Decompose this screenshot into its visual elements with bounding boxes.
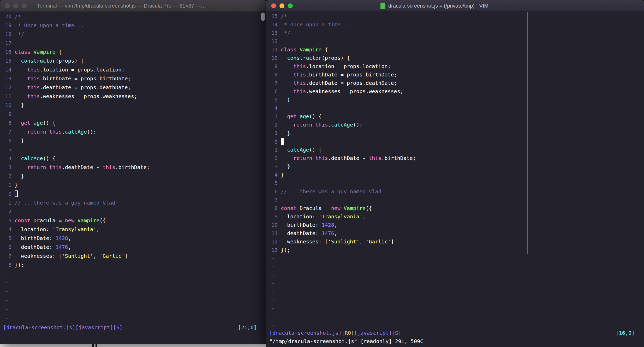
macvim-window-title: dracula-screenshot.js = (/private/tmp) -… <box>388 3 488 9</box>
text-segment: 1428 <box>322 222 334 228</box>
text-segment: new <box>331 205 344 211</box>
code-line: 2 return this.deathDate - this.birthDate… <box>271 154 644 162</box>
text-segment: }); <box>281 247 290 253</box>
window-controls <box>266 3 293 8</box>
vim-buffer-left[interactable]: 20/*19 * Once upon a time...18 */1716cla… <box>0 11 266 322</box>
code-line: 1} <box>5 181 266 189</box>
code-text: } <box>15 182 18 188</box>
line-number: 11 <box>5 92 11 101</box>
line-number: 15 <box>271 12 278 20</box>
code-line: 8 get age() { <box>5 118 266 127</box>
code-line: 2 <box>5 207 266 216</box>
code-text: */ <box>281 30 290 36</box>
minimize-button[interactable] <box>279 3 284 8</box>
tilde-marker: ~ <box>5 271 8 277</box>
zoom-button[interactable] <box>288 3 293 8</box>
text-segment: .deathDate = props.deathDate; <box>40 84 131 91</box>
line-number: 15 <box>5 56 11 65</box>
text-segment: this <box>293 71 306 78</box>
code-text: location: 'Transylvania', <box>15 226 99 232</box>
code-text: // ...there was a guy named Vlad <box>281 188 381 195</box>
macvim-titlebar[interactable]: dracula-screenshot.js = (/private/tmp) -… <box>266 0 644 12</box>
text-segment: location: <box>281 213 319 220</box>
text-segment: .deathDate - <box>328 155 369 161</box>
line-number: 9 <box>271 62 278 70</box>
vim-buffer-right[interactable]: 15/*14 * Once upon a time...13 */1211cla… <box>266 11 644 329</box>
code-line: 9 this.location = props.location; <box>271 62 644 70</box>
line-number: 12 <box>271 37 278 45</box>
text-segment: [dracula-screenshot.js][javascript][S] <box>3 324 123 331</box>
text-segment: 'Sunlight' <box>62 253 93 259</box>
line-number: 1 <box>271 129 278 137</box>
close-button[interactable] <box>5 3 10 8</box>
text-segment: this <box>315 122 328 128</box>
line-number: 6 <box>271 87 278 95</box>
text-segment: () { <box>43 120 56 126</box>
text-segment: return <box>293 155 315 161</box>
line-number: 11 <box>271 229 278 237</box>
text-segment: .weaknesses = props.weaknesses; <box>40 93 137 99</box>
code-text: this.birthDate = props.birthDate; <box>281 71 397 78</box>
code-line: 3const Dracula = new Vampire({ <box>5 216 266 225</box>
code-line: 5 birthDate: 1428, <box>5 234 266 243</box>
code-text: location: 'Transylvania', <box>281 213 366 220</box>
text-segment: () { <box>43 155 56 161</box>
text-segment: 1476 <box>56 244 68 250</box>
tilde-marker: ~ <box>271 289 275 295</box>
text-segment: ({ <box>366 205 372 211</box>
text-segment: , <box>359 238 366 245</box>
text-segment: .location = props.location; <box>306 63 391 69</box>
text-segment: } <box>15 102 24 108</box>
text-segment: this <box>103 164 115 170</box>
scrollbar-thumb[interactable] <box>261 13 265 21</box>
text-segment: 'Garlic' <box>366 238 391 245</box>
code-text: /* <box>15 13 21 20</box>
statusline-ruler: [21,0] <box>238 323 257 332</box>
text-segment: ({ <box>99 217 106 224</box>
scrollbar-thumb[interactable] <box>527 12 528 254</box>
code-line: 5 <box>271 179 644 187</box>
line-number: 17 <box>5 39 11 47</box>
empty-line: ~ <box>5 269 266 278</box>
text-segment: Vampire <box>344 205 366 211</box>
close-button[interactable] <box>271 3 276 8</box>
code-line: 9 <box>5 110 266 118</box>
empty-line: ~ <box>271 288 644 296</box>
text-segment <box>281 122 293 128</box>
code-text: weaknesses: ['Sunlight', 'Garlic'] <box>281 238 394 245</box>
code-line: 2 return this.calcAge(); <box>271 121 644 129</box>
text-segment: . <box>328 122 331 128</box>
code-line: 12 <box>271 37 644 45</box>
code-text: * Once upon a time... <box>281 21 350 28</box>
line-number: 10 <box>271 221 278 229</box>
text-segment <box>15 120 21 126</box>
terminal-titlebar[interactable]: Terminal — vim /tmp/dracula-screenshot.j… <box>0 0 266 12</box>
text-segment: const <box>15 217 33 224</box>
line-number: 0 <box>271 138 278 146</box>
text-segment: this <box>293 88 306 94</box>
code-text: class Vampire { <box>281 46 328 53</box>
code-line: 4} <box>271 171 644 179</box>
text-segment: Dracula = <box>33 217 65 224</box>
background-text-fragment <box>96 344 97 347</box>
background-window-sliver <box>0 344 266 347</box>
text-segment <box>281 88 293 94</box>
code-text: constructor(props) { <box>15 58 84 64</box>
code-line: 4 location: 'Transylvania', <box>5 225 266 234</box>
text-segment: // ...there was a guy named Vlad <box>15 200 115 206</box>
code-line: 3 get age() { <box>271 112 644 121</box>
text-segment: (); <box>353 122 362 128</box>
code-line: 5 } <box>271 95 644 104</box>
code-line: 1// ...there was a guy named Vlad <box>5 198 266 207</box>
code-line: 5 <box>5 145 266 154</box>
code-line: 10 } <box>5 101 266 110</box>
code-text: /* <box>281 13 287 19</box>
code-line: 1 } <box>271 129 644 137</box>
vim-cmdline-left <box>3 332 263 341</box>
code-text: class Vampire { <box>15 49 62 55</box>
zoom-button[interactable] <box>22 3 27 8</box>
minimize-button[interactable] <box>13 3 18 8</box>
text-segment: [RO] <box>342 330 354 336</box>
text-segment: () { <box>309 113 322 119</box>
text-segment: "/tmp/dracula-screenshot.js" [readonly] … <box>269 338 423 344</box>
